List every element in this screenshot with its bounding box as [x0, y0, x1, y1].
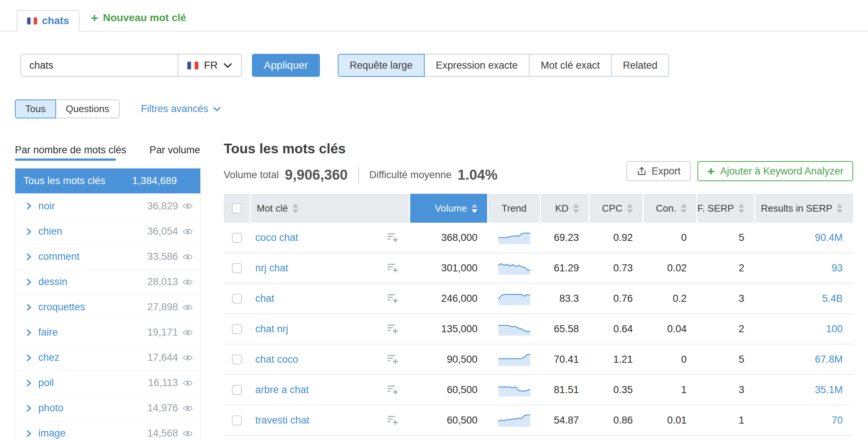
eye-icon[interactable]: [182, 329, 193, 336]
keyword-group-label: image: [38, 428, 66, 439]
add-to-list-button[interactable]: [387, 293, 398, 304]
advanced-filters-toggle[interactable]: Filtres avancés: [141, 103, 221, 115]
results-in-serp-link[interactable]: 93: [832, 262, 843, 274]
plus-icon: +: [91, 12, 98, 24]
apply-button[interactable]: Appliquer: [252, 54, 320, 77]
chevron-right-icon: [26, 278, 32, 286]
add-to-list-button[interactable]: [387, 232, 398, 243]
eye-icon[interactable]: [182, 380, 193, 386]
results-in-serp-link[interactable]: 35.1M: [815, 384, 843, 396]
french-flag-icon: [187, 62, 198, 69]
tab-by-volume[interactable]: Par volume: [149, 144, 200, 156]
column-label: CPC: [602, 203, 622, 214]
column-header-fserp[interactable]: F. SERP: [697, 194, 754, 223]
eye-icon[interactable]: [182, 279, 193, 285]
keyword-input[interactable]: [21, 55, 178, 76]
eye-icon[interactable]: [182, 254, 193, 260]
row-checkbox[interactable]: [232, 355, 242, 365]
competition-value: 0: [644, 344, 696, 374]
row-checkbox[interactable]: [232, 324, 242, 334]
results-in-serp-link[interactable]: 90.4M: [815, 232, 843, 244]
country-select[interactable]: FR: [178, 55, 241, 76]
column-header-checkbox[interactable]: [224, 194, 250, 223]
add-to-analyzer-label: Ajouter à Keyword Analyzer: [720, 166, 843, 177]
tab-by-keyword-count[interactable]: Par nombre de mots clés: [15, 144, 126, 156]
all-keywords-group-row[interactable]: Tous les mots clés 1,384,689: [15, 169, 200, 193]
eye-icon[interactable]: [182, 203, 193, 209]
eye-icon[interactable]: [182, 355, 193, 361]
results-in-serp-link[interactable]: 100: [826, 323, 843, 335]
add-to-list-button[interactable]: [387, 263, 398, 273]
results-in-serp-link[interactable]: 67.8M: [815, 354, 843, 365]
keyword-group-item[interactable]: dessin28,013: [15, 269, 200, 294]
keyword-group-item[interactable]: chien36,054: [15, 219, 200, 244]
keyword-group-label: dessin: [38, 276, 67, 288]
cpc-value: 0.64: [590, 314, 642, 344]
keyword-group-item[interactable]: croquettes27,898: [15, 294, 200, 320]
column-header-volume[interactable]: Volume: [410, 194, 487, 223]
advanced-filters-label: Filtres avancés: [141, 103, 208, 115]
row-checkbox[interactable]: [232, 415, 242, 425]
scope-tous[interactable]: Tous: [15, 99, 56, 118]
cpc-value: 0.86: [590, 405, 642, 435]
keyword-link[interactable]: chat nrj: [255, 323, 288, 335]
row-checkbox[interactable]: [232, 263, 242, 273]
results-in-serp-link[interactable]: 70: [832, 415, 843, 426]
cpc-value: 0.92: [590, 223, 642, 252]
row-checkbox[interactable]: [232, 233, 242, 243]
keyword-group-label: poil: [38, 377, 54, 389]
volume-value: 60,500: [410, 375, 487, 405]
trend-sparkline: [497, 352, 531, 367]
results-in-serp-link[interactable]: 5.4B: [822, 293, 843, 304]
add-to-list-button[interactable]: [387, 324, 398, 334]
keyword-group-item[interactable]: chez17,644: [15, 345, 200, 370]
kd-value: 83.3: [541, 284, 589, 313]
keyword-groups-sidebar: Par nombre de mots clés Par volume Tous …: [15, 139, 201, 441]
eye-icon[interactable]: [182, 304, 193, 311]
tab-chats[interactable]: chats: [17, 10, 80, 32]
add-to-list-icon: [387, 324, 398, 334]
add-to-list-icon: [387, 354, 398, 365]
keyword-link[interactable]: coco chat: [255, 232, 298, 244]
keyword-group-item[interactable]: faire19,171: [15, 320, 200, 345]
column-header-con[interactable]: Con.: [644, 194, 696, 223]
column-header-cpc[interactable]: CPC: [590, 194, 642, 223]
add-to-list-button[interactable]: [387, 385, 398, 395]
eye-icon[interactable]: [182, 405, 193, 412]
trend-sparkline: [497, 261, 531, 275]
column-label: Trend: [502, 203, 527, 214]
new-keyword-tab-button[interactable]: + Nouveau mot clé: [91, 12, 186, 24]
keyword-link[interactable]: arbre a chat: [255, 384, 309, 396]
row-checkbox[interactable]: [232, 385, 242, 395]
total-volume-value: 9,906,360: [285, 167, 348, 183]
column-header-results[interactable]: Results in SERP: [755, 194, 853, 223]
match-type-expression-exacte[interactable]: Expression exacte: [425, 54, 530, 77]
column-header-kd[interactable]: KD: [541, 194, 589, 223]
row-checkbox[interactable]: [232, 294, 242, 304]
keyword-link[interactable]: chat: [255, 293, 274, 304]
keyword-link[interactable]: nrj chat: [255, 262, 288, 274]
keyword-link[interactable]: chat coco: [255, 354, 298, 365]
column-header-keyword[interactable]: Mot clé: [251, 194, 409, 223]
eye-icon[interactable]: [182, 228, 193, 235]
competition-value: 0.01: [644, 405, 696, 435]
match-type-mot-cle-exact[interactable]: Mot clé exact: [529, 54, 612, 77]
table-row: nrj chat301,00061.290.730.02293: [224, 253, 853, 284]
add-to-list-button[interactable]: [387, 415, 398, 425]
add-to-list-button[interactable]: [387, 354, 398, 365]
add-to-keyword-analyzer-button[interactable]: + Ajouter à Keyword Analyzer: [697, 161, 853, 181]
match-type-related[interactable]: Related: [612, 54, 669, 77]
match-type-requete-large[interactable]: Requête large: [338, 54, 425, 77]
keyword-group-item[interactable]: noir36,829: [15, 193, 200, 219]
keyword-group-item[interactable]: photo14,976: [15, 395, 200, 421]
scope-questions[interactable]: Questions: [56, 99, 120, 118]
select-all-checkbox[interactable]: [232, 203, 242, 213]
keyword-link[interactable]: travesti chat: [255, 415, 310, 426]
keyword-group-item[interactable]: image14,568: [15, 421, 200, 441]
keyword-group-item[interactable]: poil16,113: [15, 370, 200, 395]
keyword-group-label: chien: [38, 226, 62, 237]
eye-icon[interactable]: [182, 430, 193, 437]
export-button[interactable]: Export: [626, 161, 691, 181]
chevron-right-icon: [26, 430, 32, 437]
keyword-group-item[interactable]: comment33,586: [15, 244, 200, 269]
